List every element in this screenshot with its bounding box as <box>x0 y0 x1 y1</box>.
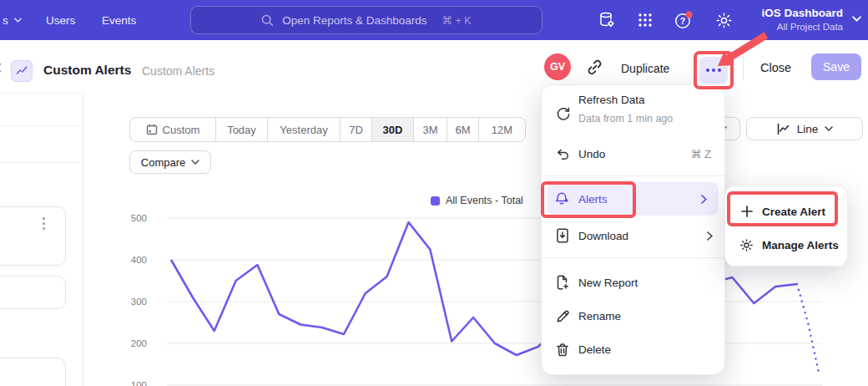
svg-text:200: 200 <box>131 338 147 348</box>
avatar[interactable]: GV <box>544 53 571 80</box>
data-management-icon[interactable] <box>595 8 618 32</box>
save-button[interactable]: Save <box>811 53 861 80</box>
metric-card[interactable] <box>0 276 66 309</box>
date-range-7d[interactable]: 7D <box>341 118 372 141</box>
apps-grid-icon[interactable] <box>633 8 657 32</box>
calendar-icon <box>146 124 158 135</box>
download-icon <box>555 228 570 243</box>
settings-icon[interactable] <box>712 8 735 32</box>
project-subtitle: All Project Data <box>777 21 843 33</box>
top-nav: s Users Events Open Reports & Dashboards… <box>0 0 868 40</box>
menu-item-download[interactable]: Download <box>542 219 724 252</box>
date-range-control: Custom Today Yesterday 7D 30D 3M 6M 12M <box>129 117 526 142</box>
close-button[interactable]: Close <box>760 58 791 77</box>
sidebar-border <box>0 93 81 94</box>
submenu-item-manage-alerts[interactable]: Manage Alerts <box>725 230 847 260</box>
search-icon <box>261 14 274 27</box>
date-range-12m[interactable]: 12M <box>479 118 525 141</box>
card-options-icon[interactable] <box>43 217 45 230</box>
svg-text:400: 400 <box>131 255 147 265</box>
date-range-yesterday[interactable]: Yesterday <box>268 118 341 141</box>
submenu-item-create-alert[interactable]: Create Alert <box>725 196 847 226</box>
new-report-icon <box>555 275 570 290</box>
nav-item-users[interactable]: Users <box>46 0 75 40</box>
chevron-right-icon <box>701 195 707 204</box>
svg-text:?: ? <box>680 16 685 26</box>
date-range-30d[interactable]: 30D <box>372 118 414 141</box>
search-input[interactable]: Open Reports & Dashboards ⌘ + K <box>190 6 542 34</box>
alert-bell-icon <box>555 191 570 206</box>
submenu-item-label: Manage Alerts <box>762 239 839 251</box>
duplicate-button[interactable]: Duplicate <box>621 59 669 78</box>
breadcrumb[interactable]: Custom Alerts <box>142 61 214 81</box>
svg-text:300: 300 <box>131 297 147 307</box>
chevron-right-icon <box>707 231 713 241</box>
metric-card[interactable] <box>0 206 66 266</box>
date-range-label: 3M <box>422 124 437 136</box>
pencil-icon <box>555 308 570 323</box>
date-range-custom[interactable]: Custom <box>130 118 216 141</box>
project-name: iOS Dashboard <box>761 5 843 21</box>
menu-item-label: Alerts <box>578 193 608 206</box>
refresh-icon <box>555 106 570 121</box>
menu-item-label: Refresh Data <box>578 94 645 106</box>
date-range-6m[interactable]: 6M <box>447 118 479 141</box>
plus-icon <box>739 205 754 219</box>
svg-text:500: 500 <box>131 213 147 223</box>
date-range-label: 6M <box>455 124 470 136</box>
date-range-today[interactable]: Today <box>216 118 268 141</box>
date-range-label: 12M <box>492 124 512 136</box>
dot <box>712 69 715 72</box>
menu-item-sublabel: Data from 1 min ago <box>578 113 673 124</box>
menu-item-refresh-data[interactable]: Refresh Data Data from 1 min ago <box>542 95 724 132</box>
compare-button[interactable]: Compare <box>129 150 211 174</box>
link-icon <box>586 58 603 76</box>
line-chart-icon <box>776 122 790 136</box>
chart-type-label: Line <box>797 123 819 135</box>
app-window: 500400300200100 All Events - Total Custo… <box>0 0 868 386</box>
more-options-button[interactable] <box>699 57 728 84</box>
date-range-label: 7D <box>349 124 363 136</box>
submenu-item-label: Create Alert <box>762 206 825 218</box>
trash-icon <box>555 342 570 357</box>
copy-link-button[interactable] <box>586 58 604 77</box>
nav-item-partial[interactable]: s <box>3 0 22 40</box>
menu-item-delete[interactable]: Delete <box>542 333 724 366</box>
menu-item-rename[interactable]: Rename <box>542 299 724 333</box>
sidebar-row-divider <box>0 162 81 163</box>
date-range-label: Custom <box>163 124 200 136</box>
project-switcher[interactable]: iOS Dashboard All Project Data <box>761 5 843 33</box>
alerts-submenu: Create Alert Manage Alerts <box>724 185 848 267</box>
report-type-icon <box>11 60 33 82</box>
chart-legend[interactable]: All Events - Total <box>431 195 523 206</box>
menu-item-alerts[interactable]: Alerts <box>548 182 719 216</box>
compare-label: Compare <box>141 156 185 169</box>
legend-label: All Events - Total <box>446 195 523 206</box>
chevron-down-icon <box>852 16 861 22</box>
svg-text:100: 100 <box>131 380 147 386</box>
gear-icon <box>739 238 754 252</box>
report-header: Custom Alerts Custom Alerts GV Duplicate… <box>0 40 868 92</box>
chart-type-button[interactable]: Line <box>746 117 863 140</box>
page-title: Custom Alerts <box>43 60 131 80</box>
dot <box>706 69 709 72</box>
dot <box>718 69 721 72</box>
menu-item-shortcut: ⌘ Z <box>690 148 711 160</box>
search-placeholder: Open Reports & Dashboards <box>282 14 426 27</box>
menu-item-label: Undo <box>578 148 605 160</box>
nav-item-events[interactable]: Events <box>102 0 136 40</box>
menu-item-undo[interactable]: Undo ⌘ Z <box>542 139 724 169</box>
date-range-3m[interactable]: 3M <box>414 118 447 141</box>
menu-item-label: Download <box>578 230 628 242</box>
date-range-label: Yesterday <box>280 124 327 136</box>
metric-card[interactable] <box>0 358 66 386</box>
sidebar-divider <box>83 92 83 386</box>
back-chevron-sliver-icon[interactable] <box>0 63 2 73</box>
menu-item-new-report[interactable]: New Report <box>542 266 724 299</box>
date-range-label: Today <box>227 124 256 136</box>
menu-separator <box>542 175 724 176</box>
undo-icon <box>555 146 570 161</box>
chevron-down-icon <box>191 160 199 165</box>
help-icon[interactable]: ? <box>673 8 696 32</box>
nav-partial-label: s <box>3 14 8 27</box>
